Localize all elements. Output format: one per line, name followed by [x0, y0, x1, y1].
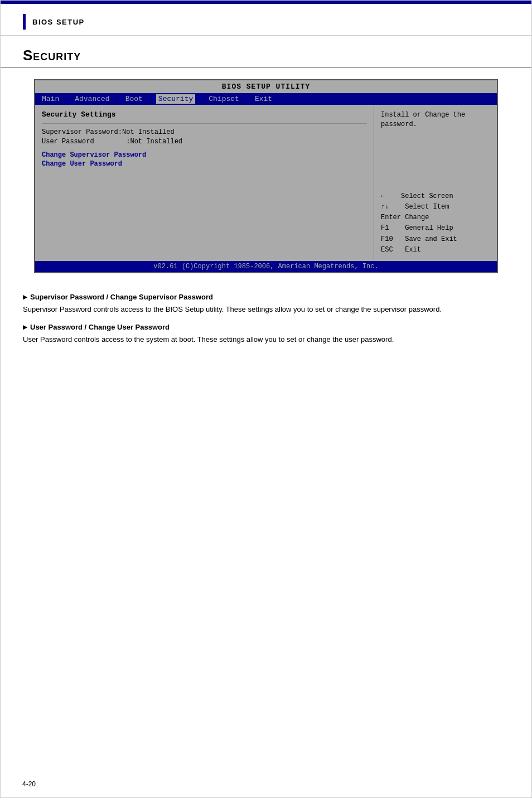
key-arrows: ↑↓ [381, 203, 389, 211]
bios-screenshot: BIOS SETUP UTILITY Main Advanced Boot Se… [34, 79, 498, 273]
desc-body-supervisor: Supervisor Password controls access to t… [23, 304, 509, 315]
bios-supervisor-value: :Not Installed [118, 128, 175, 136]
bios-supervisor-label: Supervisor Password [42, 128, 118, 136]
page-number: 4-20 [22, 780, 36, 788]
bios-menu-advanced[interactable]: Advanced [72, 94, 112, 104]
page-container: BIOS SETUP Security BIOS SETUP UTILITY M… [0, 0, 532, 798]
desc-body-user: User Password controls access to the sys… [23, 334, 509, 345]
bios-key-select-screen: ← Select Screen [381, 191, 490, 202]
bios-menu-bar: Main Advanced Boot Security Chipset Exit [35, 93, 497, 105]
bios-right-panel: Install or Change the password. ← Select… [374, 105, 497, 261]
bios-change-user[interactable]: Change User Password [42, 160, 367, 168]
description-section: Supervisor Password / Change Supervisor … [1, 287, 531, 364]
desc-heading-supervisor: Supervisor Password / Change Supervisor … [23, 293, 509, 301]
bios-key-f1: F1 General Help [381, 223, 490, 234]
bios-help-text: Install or Change the password. [381, 110, 490, 129]
bios-key-esc: ESC Exit [381, 245, 490, 255]
bios-menu-exit[interactable]: Exit [253, 94, 274, 104]
bios-key-enter: Enter Change [381, 212, 490, 223]
bios-change-supervisor[interactable]: Change Supervisor Password [42, 151, 367, 159]
bios-settings-title: Security Settings [42, 110, 367, 119]
bios-key-spacer [381, 136, 490, 191]
section-title-area: Security [1, 36, 531, 68]
bios-user-label: User Password [42, 138, 94, 146]
desc-heading-supervisor-text: Supervisor Password / Change Supervisor … [30, 293, 213, 301]
bios-menu-boot[interactable]: Boot [123, 94, 145, 104]
key-arrow: ← [381, 192, 385, 200]
header-section: BIOS SETUP [1, 4, 531, 36]
desc-heading-user: User Password / Change User Password [23, 323, 509, 331]
bios-menu-security[interactable]: Security [156, 94, 195, 104]
bios-menu-chipset[interactable]: Chipset [206, 94, 241, 104]
bios-content: Security Settings Supervisor Password:No… [35, 105, 497, 261]
bios-user-password-row: User Password :Not Installed [42, 138, 367, 146]
bios-key-select-item: ↑↓ Select Item [381, 202, 490, 212]
section-title: Security [23, 47, 509, 64]
desc-item-user: User Password / Change User Password Use… [23, 323, 509, 345]
bios-key-help: ← Select Screen ↑↓ Select Item Enter Cha… [381, 191, 490, 255]
desc-heading-user-text: User Password / Change User Password [30, 323, 170, 331]
header-title: BIOS SETUP [32, 18, 85, 26]
bios-user-value: :Not Installed [126, 138, 182, 146]
bios-title-bar: BIOS SETUP UTILITY [35, 80, 497, 93]
desc-item-supervisor: Supervisor Password / Change Supervisor … [23, 293, 509, 315]
bios-left-panel: Security Settings Supervisor Password:No… [35, 105, 374, 261]
bios-divider [42, 123, 367, 124]
bios-menu-main[interactable]: Main [40, 94, 61, 104]
header-accent-bar [23, 14, 26, 30]
bios-key-f10: F10 Save and Exit [381, 234, 490, 245]
bios-supervisor-password-row: Supervisor Password:Not Installed [42, 128, 367, 136]
bios-footer-bar: v02.61 (C)Copyright 1985-2006, American … [35, 261, 497, 272]
